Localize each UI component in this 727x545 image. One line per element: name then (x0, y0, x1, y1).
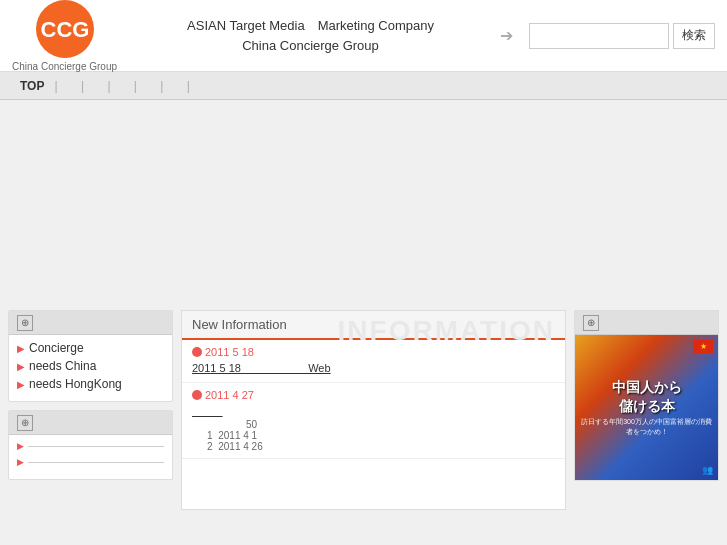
company-name-logo: China Concierge Group (12, 61, 117, 72)
book-flag: ★ (693, 340, 713, 353)
left-panel-2-header: ⊕ (9, 411, 172, 435)
nav-item-2[interactable] (84, 79, 107, 93)
left-panel-1-header: ⊕ (9, 311, 172, 335)
info-sub-2: 1 2011 4 1 (196, 430, 555, 441)
info-panel-title: New Information (192, 317, 287, 332)
small-arrow-1: ▶ (17, 441, 24, 451)
header-arrow-icon: ➔ (500, 26, 513, 45)
header-tagline: ASIAN Target Media Marketing Company Chi… (137, 16, 484, 55)
link-needs-china[interactable]: ▶ needs China (17, 359, 164, 373)
nav-sep-6: | (187, 79, 190, 93)
info-link-1[interactable]: 2011 5 18 Web (192, 362, 555, 374)
left-panel-2: ⊕ ▶ ▶ (8, 410, 173, 480)
info-link-2-text (192, 405, 223, 417)
right-panel: ⊕ ★ 中国人から儲ける本 訪日する年間300万人の中国富裕層の消費者をつかめ！… (574, 310, 719, 481)
logo: CCG (35, 0, 95, 59)
link-concierge[interactable]: ▶ Concierge (17, 341, 164, 355)
date-dot-2 (192, 390, 202, 400)
small-arrow-2: ▶ (17, 457, 24, 467)
nav-item-4[interactable] (137, 79, 160, 93)
search-input[interactable] (529, 23, 669, 49)
left-column: ⊕ ▶ Concierge ▶ needs China ▶ needs Hong… (8, 310, 173, 480)
small-line-2 (28, 462, 164, 463)
info-date-2: 2011 4 27 (192, 389, 254, 401)
date-dot-1 (192, 347, 202, 357)
info-entry-1: 2011 5 18 2011 5 18 Web (182, 340, 565, 383)
link-needs-hongkong[interactable]: ▶ needs HongKong (17, 377, 164, 391)
nav-top[interactable]: TOP (10, 79, 54, 93)
right-panel-header: ⊕ (575, 311, 718, 335)
book-people-icon: 👥 (702, 465, 713, 475)
info-date-1: 2011 5 18 (192, 346, 254, 358)
panel2-item-1[interactable]: ▶ (17, 441, 164, 451)
link-concierge-label: Concierge (29, 341, 84, 355)
small-line-1 (28, 446, 164, 447)
left-panel-1-body: ▶ Concierge ▶ needs China ▶ needs HongKo… (9, 335, 172, 401)
panel2-item-2[interactable]: ▶ (17, 457, 164, 467)
info-sub-3: 2 2011 4 26 (196, 441, 555, 452)
info-link-2[interactable] (192, 405, 555, 417)
bottom-columns: ⊕ ▶ Concierge ▶ needs China ▶ needs Hong… (8, 310, 719, 510)
right-panel-icon: ⊕ (583, 315, 599, 331)
book-cover[interactable]: ★ 中国人から儲ける本 訪日する年間300万人の中国富裕層の消費者をつかめ！ 👥 (575, 335, 718, 480)
search-button[interactable]: 検索 (673, 23, 715, 49)
nav-item-3[interactable] (111, 79, 134, 93)
left-panel-2-body: ▶ ▶ (9, 435, 172, 479)
logo-area: CCG China Concierge Group (12, 0, 117, 72)
tagline-line1: ASIAN Target Media Marketing Company (137, 16, 484, 36)
tagline-line2: China Concierge Group (137, 36, 484, 56)
arrow-icon-3: ▶ (17, 379, 25, 390)
navbar: TOP | | | | | | (0, 72, 727, 100)
arrow-icon-1: ▶ (17, 343, 25, 354)
header: CCG China Concierge Group ASIAN Target M… (0, 0, 727, 72)
main-content: ⊕ ▶ Concierge ▶ needs China ▶ needs Hong… (0, 100, 727, 520)
info-link-1-text: 2011 5 18 Web (192, 362, 331, 374)
right-column: ⊕ ★ 中国人から儲ける本 訪日する年間300万人の中国富裕層の消費者をつかめ！… (574, 310, 719, 481)
info-panel: New Information INFORMATION 2011 5 18 20… (181, 310, 566, 510)
date-label-2: 2011 4 27 (205, 389, 254, 401)
book-title: 中国人から儲ける本 (612, 378, 682, 414)
center-column: New Information INFORMATION 2011 5 18 20… (181, 310, 566, 510)
link-needs-china-label: needs China (29, 359, 96, 373)
panel-1-icon: ⊕ (17, 315, 33, 331)
info-sub-1: 50 (196, 419, 555, 430)
svg-text:CCG: CCG (40, 17, 89, 42)
left-panel-1: ⊕ ▶ Concierge ▶ needs China ▶ needs Hong… (8, 310, 173, 402)
link-needs-hongkong-label: needs HongKong (29, 377, 122, 391)
info-panel-header: New Information INFORMATION (182, 311, 565, 340)
nav-item-5[interactable] (163, 79, 186, 93)
book-subtitle: 訪日する年間300万人の中国富裕層の消費者をつかめ！ (579, 417, 714, 437)
info-entry-2: 2011 4 27 50 1 2011 4 1 2 2011 4 26 (182, 383, 565, 459)
arrow-icon-2: ▶ (17, 361, 25, 372)
date-label-1: 2011 5 18 (205, 346, 254, 358)
nav-item-1[interactable] (58, 79, 81, 93)
panel-2-icon: ⊕ (17, 415, 33, 431)
search-area: 検索 (529, 23, 715, 49)
spacer (8, 110, 719, 310)
